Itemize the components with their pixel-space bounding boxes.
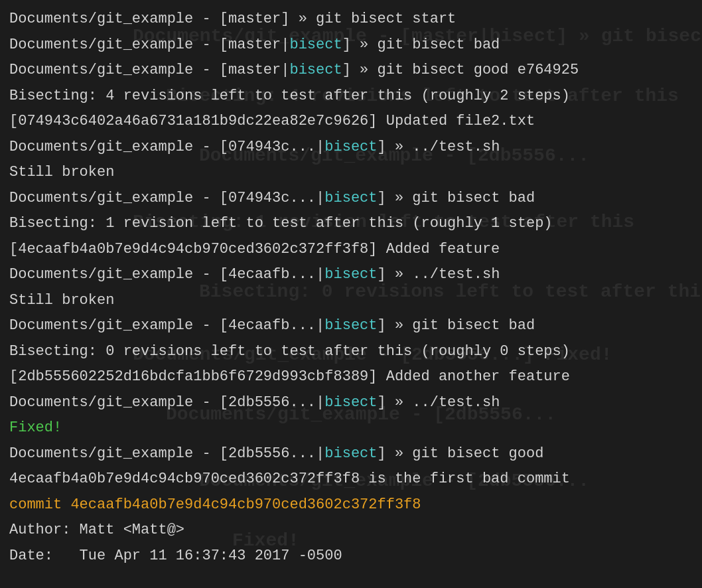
line7-text: Still broken: [9, 164, 114, 181]
line16-bisect: bisect: [324, 394, 377, 411]
line11-text1: Documents/git_example - [4ecaafb...|: [9, 266, 324, 283]
line13-text2: ] » git bisect bad: [378, 317, 535, 334]
terminal-content: Documents/git_example - [master] » git b…: [9, 7, 693, 588]
line16-text1: Documents/git_example - [2db5556...|: [9, 394, 324, 411]
line18-text1: Documents/git_example - [2db5556...|: [9, 445, 324, 462]
terminal-line-9: Bisecting: 1 revision left to test after…: [9, 211, 693, 237]
line18-bisect: bisect: [324, 445, 377, 462]
line8-text1: Documents/git_example - [074943c...|: [9, 190, 324, 206]
terminal-line-10: [4ecaafb4a0b7e9d4c94cb970ced3602c372ff3f…: [9, 237, 693, 263]
line19-text: 4ecaafb4a0b7e9d4c94cb970ced3602c372ff3f8…: [9, 471, 570, 487]
terminal-line-6: Documents/git_example - [074943c...|bise…: [9, 135, 693, 161]
line9-text: Bisecting: 1 revision left to test after…: [9, 215, 553, 232]
line8-bisect: bisect: [324, 190, 377, 206]
terminal-line-17: Fixed!: [9, 415, 693, 441]
terminal-line-2: Documents/git_example - [master|bisect] …: [9, 33, 693, 58]
line20-text: commit 4ecaafb4a0b7e9d4c94cb970ced3602c3…: [9, 496, 421, 513]
terminal-line-23: [9, 569, 693, 588]
terminal-line-11: Documents/git_example - [4ecaafb...|bise…: [9, 262, 693, 288]
line6-text2: ] » ../test.sh: [378, 139, 500, 155]
line13-bisect: bisect: [324, 317, 377, 334]
terminal-line-16: Documents/git_example - [2db5556...|bise…: [9, 390, 693, 416]
terminal-line-3: Documents/git_example - [master|bisect] …: [9, 58, 693, 84]
line2-bisect: bisect: [289, 37, 342, 53]
line12-text: Still broken: [9, 292, 114, 309]
line1-text: Documents/git_example - [master] » git b…: [9, 11, 456, 27]
terminal-line-21: Author: Matt <Matt@>: [9, 518, 693, 544]
terminal-line-13: Documents/git_example - [4ecaafb...|bise…: [9, 313, 693, 339]
line16-text2: ] » ../test.sh: [378, 394, 500, 411]
terminal-line-12: Still broken: [9, 288, 693, 314]
line4-text: Bisecting: 4 revisions left to test afte…: [9, 88, 570, 104]
terminal-line-22: Date: Tue Apr 11 16:37:43 2017 -0500: [9, 544, 693, 569]
terminal-line-20: commit 4ecaafb4a0b7e9d4c94cb970ced3602c3…: [9, 492, 693, 518]
line8-text2: ] » git bisect bad: [378, 190, 535, 206]
line10-text: [4ecaafb4a0b7e9d4c94cb970ced3602c372ff3f…: [9, 241, 500, 257]
terminal-line-5: [074943c6402a46a6731a181b9dc22ea82e7c962…: [9, 109, 693, 135]
line15-text: [2db555602252d16bdcfa1bb6f6729d993cbf838…: [9, 368, 570, 385]
line11-text2: ] » ../test.sh: [378, 266, 500, 283]
line17-text: Fixed!: [9, 419, 62, 436]
terminal-line-4: Bisecting: 4 revisions left to test afte…: [9, 84, 693, 110]
terminal-line-19: 4ecaafb4a0b7e9d4c94cb970ced3602c372ff3f8…: [9, 467, 693, 492]
line6-bisect: bisect: [324, 139, 377, 155]
terminal-line-18: Documents/git_example - [2db5556...|bise…: [9, 441, 693, 467]
line5-text: [074943c6402a46a6731a181b9dc22ea82e7c962…: [9, 113, 535, 129]
line6-text1: Documents/git_example - [074943c...|: [9, 139, 324, 155]
line3-text1: Documents/git_example - [master|: [9, 62, 289, 78]
line23-text: [9, 573, 18, 588]
terminal-line-15: [2db555602252d16bdcfa1bb6f6729d993cbf838…: [9, 364, 693, 390]
line18-text2: ] » git bisect good: [378, 445, 544, 462]
line13-text1: Documents/git_example - [4ecaafb...|: [9, 317, 324, 334]
line3-text2: ] » git bisect good e764925: [342, 62, 579, 78]
terminal-line-1: Documents/git_example - [master] » git b…: [9, 7, 693, 33]
terminal-line-7: Still broken: [9, 160, 693, 186]
terminal: Documents/git_example - [master|bisect] …: [0, 0, 702, 588]
line21-text: Author: Matt <Matt@>: [9, 522, 184, 538]
line2-text1: Documents/git_example - [master|: [9, 37, 289, 53]
line3-bisect: bisect: [289, 62, 342, 78]
line14-text: Bisecting: 0 revisions left to test afte…: [9, 343, 570, 360]
line2-text2: ] » git bisect bad: [342, 37, 500, 53]
line22-text: Date: Tue Apr 11 16:37:43 2017 -0500: [9, 548, 342, 564]
terminal-line-14: Bisecting: 0 revisions left to test afte…: [9, 339, 693, 365]
terminal-line-8: Documents/git_example - [074943c...|bise…: [9, 186, 693, 212]
line11-bisect: bisect: [324, 266, 377, 283]
